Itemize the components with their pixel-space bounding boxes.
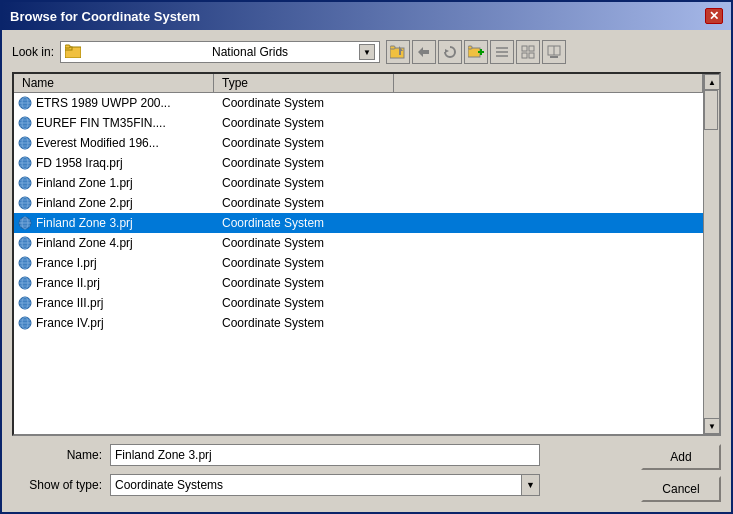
col-header-type[interactable]: Type xyxy=(214,74,394,92)
file-item-name: France I.prj xyxy=(14,256,214,270)
list-item[interactable]: France III.prj Coordinate System xyxy=(14,293,703,313)
globe-icon xyxy=(18,276,32,290)
file-item-name: ETRS 1989 UWPP 200... xyxy=(14,96,214,110)
close-button[interactable]: ✕ xyxy=(705,8,723,24)
file-item-type: Coordinate System xyxy=(214,216,394,230)
globe-icon xyxy=(18,316,32,330)
file-item-name: Finland Zone 4.prj xyxy=(14,236,214,250)
list-item[interactable]: Everest Modified 196... Coordinate Syste… xyxy=(14,133,703,153)
file-item-name: France III.prj xyxy=(14,296,214,310)
svg-rect-9 xyxy=(468,46,472,49)
svg-rect-18 xyxy=(529,53,534,58)
add-button[interactable]: Add xyxy=(641,444,721,470)
file-item-type: Coordinate System xyxy=(214,296,394,310)
up-folder-button[interactable] xyxy=(386,40,410,64)
file-item-type: Coordinate System xyxy=(214,256,394,270)
list-item[interactable]: Finland Zone 3.prj Coordinate System xyxy=(14,213,703,233)
globe-icon xyxy=(18,216,32,230)
globe-icon xyxy=(18,176,32,190)
browse-dialog: Browse for Coordinate System ✕ Look in: … xyxy=(0,0,733,514)
name-label: Name: xyxy=(12,448,102,462)
globe-icon xyxy=(18,96,32,110)
name-input[interactable] xyxy=(110,444,540,466)
scroll-up-button[interactable]: ▲ xyxy=(704,74,720,90)
look-in-dropdown-arrow[interactable]: ▼ xyxy=(359,44,375,60)
look-in-combo[interactable]: National Grids ▼ xyxy=(60,41,380,63)
toolbar-buttons xyxy=(386,40,566,64)
look-in-value: National Grids xyxy=(212,45,355,59)
file-item-type: Coordinate System xyxy=(214,116,394,130)
list-item[interactable]: Finland Zone 2.prj Coordinate System xyxy=(14,193,703,213)
file-item-type: Coordinate System xyxy=(214,316,394,330)
file-list-container[interactable]: Name Type ETRS 1989 UWPP 200... Coordina… xyxy=(14,74,703,434)
col-header-extra xyxy=(394,74,703,92)
scroll-track[interactable] xyxy=(704,90,719,418)
folder-icon-small xyxy=(65,44,208,61)
file-item-name: Everest Modified 196... xyxy=(14,136,214,150)
toolbar-row: Look in: National Grids ▼ xyxy=(12,40,721,64)
list-item[interactable]: FD 1958 Iraq.prj Coordinate System xyxy=(14,153,703,173)
list-view-button[interactable] xyxy=(490,40,514,64)
side-buttons: Add Cancel xyxy=(641,444,721,502)
file-item-name: France II.prj xyxy=(14,276,214,290)
globe-icon xyxy=(18,256,32,270)
file-item-type: Coordinate System xyxy=(214,276,394,290)
show-of-type-label: Show of type: xyxy=(12,478,102,492)
refresh-button[interactable] xyxy=(438,40,462,64)
look-in-label: Look in: xyxy=(12,45,54,59)
detail-view-button[interactable] xyxy=(516,40,540,64)
file-item-name: Finland Zone 1.prj xyxy=(14,176,214,190)
list-item[interactable]: France I.prj Coordinate System xyxy=(14,253,703,273)
thumbnail-view-button[interactable] xyxy=(542,40,566,64)
svg-rect-4 xyxy=(390,46,395,49)
name-row: Name: xyxy=(12,444,633,466)
file-item-type: Coordinate System xyxy=(214,196,394,210)
new-folder-button[interactable] xyxy=(464,40,488,64)
globe-icon xyxy=(18,296,32,310)
globe-icon xyxy=(18,236,32,250)
back-button[interactable] xyxy=(412,40,436,64)
svg-rect-2 xyxy=(65,45,70,48)
bottom-forms: Name: Show of type: Coordinate Systems ▼ xyxy=(12,444,633,496)
globe-icon xyxy=(18,116,32,130)
file-item-name: France IV.prj xyxy=(14,316,214,330)
file-item-name: Finland Zone 3.prj xyxy=(14,216,214,230)
file-item-type: Coordinate System xyxy=(214,156,394,170)
svg-rect-21 xyxy=(550,56,558,58)
list-item[interactable]: France IV.prj Coordinate System xyxy=(14,313,703,333)
scroll-thumb[interactable] xyxy=(704,90,718,130)
file-list-header: Name Type xyxy=(14,74,703,93)
svg-rect-17 xyxy=(522,53,527,58)
file-item-name: FD 1958 Iraq.prj xyxy=(14,156,214,170)
file-item-type: Coordinate System xyxy=(214,136,394,150)
scroll-down-button[interactable]: ▼ xyxy=(704,418,720,434)
bottom-section: Name: Show of type: Coordinate Systems ▼… xyxy=(12,444,721,502)
svg-marker-7 xyxy=(445,49,449,53)
globe-icon xyxy=(18,156,32,170)
file-browser: Name Type ETRS 1989 UWPP 200... Coordina… xyxy=(12,72,721,436)
svg-rect-16 xyxy=(529,46,534,51)
list-item[interactable]: Finland Zone 4.prj Coordinate System xyxy=(14,233,703,253)
show-of-type-row: Show of type: Coordinate Systems ▼ xyxy=(12,474,633,496)
scrollbar[interactable]: ▲ ▼ xyxy=(703,74,719,434)
col-header-name[interactable]: Name xyxy=(14,74,214,92)
dialog-title: Browse for Coordinate System xyxy=(10,9,200,24)
list-item[interactable]: ETRS 1989 UWPP 200... Coordinate System xyxy=(14,93,703,113)
list-item[interactable]: Finland Zone 1.prj Coordinate System xyxy=(14,173,703,193)
file-item-type: Coordinate System xyxy=(214,96,394,110)
svg-rect-15 xyxy=(522,46,527,51)
show-of-type-dropdown-arrow[interactable]: ▼ xyxy=(521,475,539,495)
show-of-type-combo[interactable]: Coordinate Systems ▼ xyxy=(110,474,540,496)
list-item[interactable]: EUREF FIN TM35FIN.... Coordinate System xyxy=(14,113,703,133)
file-item-name: EUREF FIN TM35FIN.... xyxy=(14,116,214,130)
dialog-body: Look in: National Grids ▼ xyxy=(2,30,731,512)
cancel-button[interactable]: Cancel xyxy=(641,476,721,502)
globe-icon xyxy=(18,196,32,210)
file-item-name: Finland Zone 2.prj xyxy=(14,196,214,210)
list-item[interactable]: France II.prj Coordinate System xyxy=(14,273,703,293)
file-item-type: Coordinate System xyxy=(214,236,394,250)
show-of-type-value: Coordinate Systems xyxy=(115,478,521,492)
globe-icon xyxy=(18,136,32,150)
svg-marker-6 xyxy=(418,47,429,57)
title-bar: Browse for Coordinate System ✕ xyxy=(2,2,731,30)
